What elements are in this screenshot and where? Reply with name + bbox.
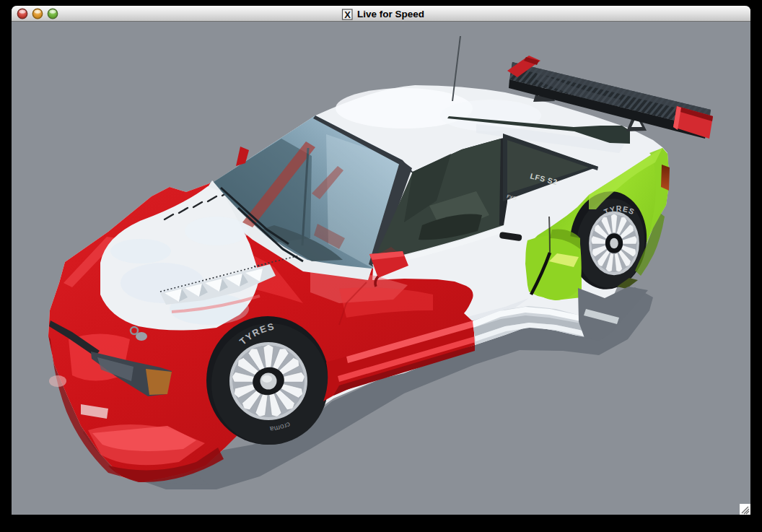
svg-text:Live for Speed: Live for Speed: [357, 9, 424, 19]
svg-text:X: X: [344, 9, 351, 20]
